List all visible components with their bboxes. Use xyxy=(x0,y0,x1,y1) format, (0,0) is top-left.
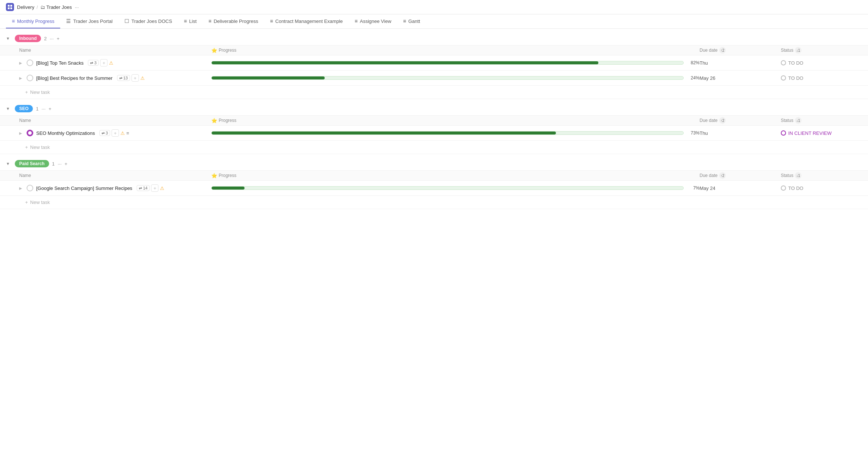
chevron-paid-search[interactable]: ▼ xyxy=(6,161,12,166)
new-task-plus-seo: + xyxy=(25,144,28,150)
progress-bar-bg-task-1 xyxy=(211,61,684,65)
project-name[interactable]: Trader Joes xyxy=(47,4,72,10)
new-task-row-paid-search[interactable]: + New task xyxy=(0,196,868,209)
due-date-task-1[interactable]: Thu xyxy=(700,60,781,66)
tab-trader-joes-docs[interactable]: ☐Trader Joes DOCS xyxy=(119,14,178,28)
subtask-icon-task-1: ⇄ xyxy=(90,61,93,65)
section-more-seo[interactable]: ··· xyxy=(42,106,46,112)
tab-trader-joes-portal[interactable]: ☰Trader Joes Portal xyxy=(60,14,118,28)
task-meta-task-4: ⇄14 + ⚠ xyxy=(137,184,164,192)
count-seo: 1 xyxy=(36,106,38,112)
due-date-task-3[interactable]: Thu xyxy=(700,130,781,136)
subtask-badge-task-2[interactable]: ⇄13 xyxy=(117,75,130,81)
add-meta-btn-task-1[interactable]: + xyxy=(100,59,107,67)
expand-btn-task-4[interactable]: ▶ xyxy=(19,186,24,190)
section-add-seo[interactable]: + xyxy=(48,106,51,112)
app-name[interactable]: Delivery xyxy=(17,4,34,10)
status-sort-paid-search[interactable]: ↓1 xyxy=(795,172,802,179)
subtask-icon-task-3: ⇄ xyxy=(102,131,105,135)
progress-cell-task-3: 73% xyxy=(211,130,700,136)
section-add-inbound[interactable]: + xyxy=(57,36,59,41)
task-name-task-2[interactable]: [Blog] Best Recipes for the Summer xyxy=(36,75,113,81)
progress-pct-task-4: 7% xyxy=(687,185,700,191)
status-cell-task-2: TO DO xyxy=(781,75,862,81)
add-meta-btn-task-4[interactable]: + xyxy=(151,184,158,192)
warning-icon-task-2: ⚠ xyxy=(140,75,145,81)
warning-icon-task-3: ⚠ xyxy=(120,130,125,136)
expand-btn-task-2[interactable]: ▶ xyxy=(19,76,24,80)
section-header-seo: ▼ SEO 1 ··· + xyxy=(0,99,868,115)
status-badge-task-1[interactable]: TO DO xyxy=(781,60,803,66)
task-meta-task-2: ⇄13 + ⚠ xyxy=(117,74,145,82)
chevron-inbound[interactable]: ▼ xyxy=(6,36,12,41)
status-badge-task-2[interactable]: TO DO xyxy=(781,75,803,81)
tab-gantt[interactable]: ≡Gantt xyxy=(397,14,426,28)
section-more-inbound[interactable]: ··· xyxy=(50,36,54,41)
task-checkbox-task-2[interactable] xyxy=(27,75,33,81)
expand-btn-task-1[interactable]: ▶ xyxy=(19,61,24,65)
status-badge-task-4[interactable]: TO DO xyxy=(781,185,803,191)
tab-monthly-progress[interactable]: ≡Monthly Progress xyxy=(6,14,60,28)
subtask-badge-task-3[interactable]: ⇄3 xyxy=(99,130,110,136)
status-text-task-3: IN CLIENT REVIEW xyxy=(788,130,832,136)
chevron-seo[interactable]: ▼ xyxy=(6,106,12,111)
status-text-task-1: TO DO xyxy=(788,60,803,66)
col-status-paid-search: Status ↓1 xyxy=(781,172,862,179)
status-circle-task-1 xyxy=(781,60,786,65)
task-name-task-1[interactable]: [Blog] Top Ten Snacks xyxy=(36,60,83,66)
due-date-task-2[interactable]: May 26 xyxy=(700,75,781,81)
section-more-paid-search[interactable]: ··· xyxy=(58,161,62,167)
add-meta-btn-task-2[interactable]: + xyxy=(131,74,139,82)
app-logo xyxy=(6,3,14,11)
task-name-cell-task-1: ▶ [Blog] Top Ten Snacks ⇄3 + ⚠ xyxy=(19,59,211,67)
list-icon: ≡ xyxy=(184,18,187,24)
new-task-row-seo[interactable]: + New task xyxy=(0,141,868,154)
task-checkbox-task-1[interactable] xyxy=(27,59,33,66)
task-row-task-1: ▶ [Blog] Top Ten Snacks ⇄3 + ⚠ xyxy=(0,55,868,71)
task-name-task-4[interactable]: [Google Search Campaign] Summer Recipes xyxy=(36,185,132,191)
task-checkbox-task-4[interactable] xyxy=(27,185,33,191)
progress-cell-task-4: 7% xyxy=(211,185,700,191)
col-progress-inbound: ⭐Progress xyxy=(211,47,700,54)
topbar-more-button[interactable]: ··· xyxy=(75,4,79,10)
progress-cell-task-2: 24% xyxy=(211,75,700,81)
count-paid-search: 1 xyxy=(52,161,55,167)
warning-icon-task-4: ⚠ xyxy=(160,185,164,191)
due-sort-inbound[interactable]: ↑2 xyxy=(719,47,726,54)
table-header-seo: Name ⭐Progress Due date ↑2 Status ↓1 xyxy=(0,115,868,126)
task-name-cell-task-2: ▶ [Blog] Best Recipes for the Summer ⇄13… xyxy=(19,74,211,82)
col-duedate-paid-search: Due date ↑2 xyxy=(700,172,781,179)
add-meta-btn-task-3[interactable]: + xyxy=(112,129,119,137)
col-name-paid-search: Name xyxy=(19,172,211,179)
status-sort-inbound[interactable]: ↓1 xyxy=(795,47,802,54)
new-task-row-inbound[interactable]: + New task xyxy=(0,86,868,99)
subtask-badge-task-1[interactable]: ⇄3 xyxy=(88,60,99,66)
tab-list[interactable]: ≡List xyxy=(178,14,202,28)
tab-contract-management[interactable]: ≡Contract Management Example xyxy=(264,14,349,28)
status-badge-task-3[interactable]: IN CLIENT REVIEW xyxy=(781,130,832,136)
new-task-label-paid-search: New task xyxy=(30,200,50,205)
due-date-task-4[interactable]: May 24 xyxy=(700,185,781,191)
monthly-progress-label: Monthly Progress xyxy=(17,18,54,24)
due-sort-seo[interactable]: ↑2 xyxy=(719,117,726,124)
new-task-plus-inbound: + xyxy=(25,89,28,95)
expand-btn-task-3[interactable]: ▶ xyxy=(19,131,24,135)
col-duedate-inbound: Due date ↑2 xyxy=(700,47,781,54)
progress-cell-task-1: 82% xyxy=(211,60,700,65)
tab-deliverable-progress[interactable]: ≡Deliverable Progress xyxy=(202,14,264,28)
new-task-label-inbound: New task xyxy=(30,89,50,95)
subtask-badge-task-4[interactable]: ⇄14 xyxy=(137,185,150,191)
status-sort-seo[interactable]: ↓1 xyxy=(795,117,802,124)
progress-pct-task-2: 24% xyxy=(687,75,700,81)
task-checkbox-task-3[interactable] xyxy=(27,130,33,136)
tab-assignee-view[interactable]: ≡Assignee View xyxy=(349,14,397,28)
task-name-task-3[interactable]: SEO Monthly Optimizations xyxy=(36,130,95,136)
list-label: List xyxy=(189,18,197,24)
status-circle-task-3 xyxy=(781,130,786,136)
due-sort-paid-search[interactable]: ↑2 xyxy=(719,172,726,179)
section-add-paid-search[interactable]: + xyxy=(65,161,68,167)
count-inbound: 2 xyxy=(44,36,47,41)
section-paid-search: ▼ Paid Search 1 ··· + Name ⭐Progress Due… xyxy=(0,154,868,209)
status-text-task-2: TO DO xyxy=(788,75,803,81)
progress-bar-fill-task-3 xyxy=(212,132,556,134)
